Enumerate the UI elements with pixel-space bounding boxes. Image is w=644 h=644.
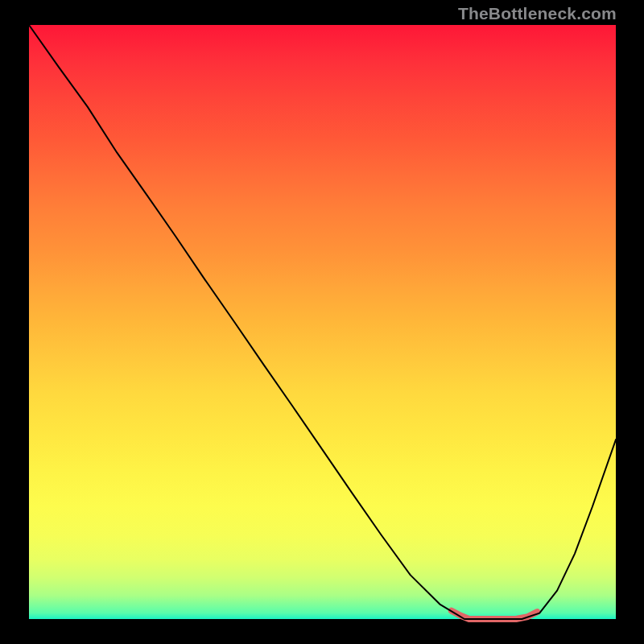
watermark-text: TheBottleneck.com: [458, 4, 617, 23]
chart-stage: TheBottleneck.com: [0, 0, 644, 644]
plot-area: [29, 25, 616, 619]
